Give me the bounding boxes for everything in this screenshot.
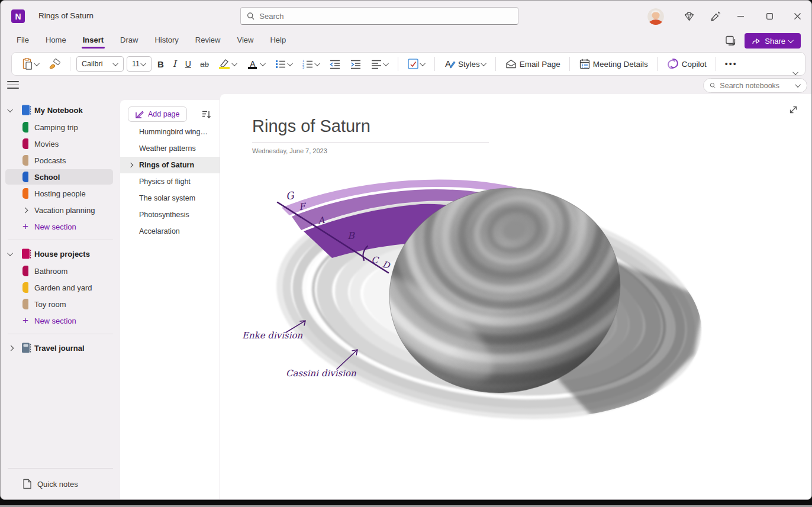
section-hosting-people[interactable]: Hosting people: [1, 185, 120, 202]
notebook-my-notebook[interactable]: My Notebook: [1, 101, 120, 119]
menu-tab-history[interactable]: History: [146, 31, 186, 51]
section-label: Camping trip: [34, 123, 78, 132]
menu-tab-insert[interactable]: Insert: [75, 31, 112, 51]
search-input[interactable]: [259, 12, 512, 21]
section-label: Podcasts: [34, 156, 66, 165]
alignment-button[interactable]: [368, 55, 392, 73]
font-name-select[interactable]: Cailbri: [76, 56, 124, 72]
font-size-select[interactable]: 11: [127, 56, 152, 72]
section-podcasts[interactable]: Podcasts: [1, 152, 120, 169]
new-section-button[interactable]: + New section: [1, 218, 120, 235]
chevron-right-icon[interactable]: [8, 345, 14, 351]
new-section-button[interactable]: + New section: [1, 312, 120, 329]
copilot-label: Copilot: [682, 60, 707, 69]
quick-notes[interactable]: Quick notes: [1, 476, 120, 492]
avatar[interactable]: [647, 8, 664, 25]
menu-tab-draw[interactable]: Draw: [112, 31, 146, 51]
format-painter-button[interactable]: [46, 55, 64, 73]
page-title[interactable]: Rings of Saturn: [252, 117, 811, 136]
section-group-vacation-planning[interactable]: Vacation planning: [1, 202, 120, 218]
numbered-list-icon: 123: [302, 59, 314, 69]
chevron-down-icon[interactable]: [7, 106, 13, 112]
share-button[interactable]: Share: [745, 33, 801, 49]
search-notebooks-box[interactable]: [703, 78, 807, 93]
sort-pages-icon[interactable]: [201, 109, 211, 120]
search-box[interactable]: [240, 7, 518, 25]
title-underline: [252, 142, 489, 143]
paste-button[interactable]: [19, 55, 43, 73]
maximize-button[interactable]: [761, 9, 778, 23]
more-options-button[interactable]: •••: [722, 55, 740, 73]
notebook-house-projects[interactable]: House projects: [1, 245, 120, 263]
divider: [8, 334, 113, 334]
bullets-button[interactable]: [272, 55, 296, 73]
decrease-indent-button[interactable]: [326, 55, 344, 73]
menu-tab-help[interactable]: Help: [262, 31, 294, 51]
whats-new-icon[interactable]: [710, 11, 721, 22]
email-page-button[interactable]: Email Page: [502, 55, 563, 73]
highlight-button[interactable]: [215, 55, 240, 73]
bold-button[interactable]: B: [154, 55, 167, 73]
notebook-name: House projects: [34, 250, 90, 259]
increase-indent-button[interactable]: [347, 55, 365, 73]
page-item[interactable]: Accelaration: [120, 223, 220, 240]
cassini-division-label: Cassini division: [286, 368, 356, 379]
format-painter-icon: [49, 58, 61, 70]
menu-tab-review[interactable]: Review: [187, 31, 229, 51]
close-button[interactable]: [788, 9, 806, 23]
section-camping-trip[interactable]: Camping trip: [1, 119, 120, 135]
page-item[interactable]: Weather patterns: [120, 140, 220, 157]
hamburger-menu-icon[interactable]: [7, 80, 19, 90]
section-toy-room[interactable]: Toy room: [1, 296, 120, 312]
menu-tab-view[interactable]: View: [228, 31, 262, 51]
page-copy-icon[interactable]: [724, 35, 736, 47]
chevron-down-icon: [231, 60, 237, 66]
notebook-name: Travel journal: [34, 344, 85, 353]
strikethrough-button[interactable]: ab: [197, 55, 212, 73]
page-title: The solar system: [139, 194, 195, 202]
chevron-down-icon: [420, 60, 426, 66]
menu-tab-home[interactable]: Home: [37, 31, 75, 51]
menu-tab-file[interactable]: File: [8, 31, 37, 51]
notebook-travel-journal[interactable]: Travel journal: [1, 339, 120, 357]
highlighter-icon: [218, 57, 231, 71]
font-color-button[interactable]: A: [243, 55, 269, 73]
meeting-details-button[interactable]: Meeting Details: [576, 55, 651, 73]
italic-button[interactable]: I: [170, 55, 179, 73]
section-garden-and-yard[interactable]: Garden and yard: [1, 279, 120, 296]
page-item[interactable]: The solar system: [120, 190, 220, 206]
add-page-label: Add page: [148, 110, 180, 118]
styles-button[interactable]: A Styles: [441, 55, 489, 73]
section-color-tab: [22, 266, 28, 276]
navigation-strip: [1, 78, 811, 94]
page-date: Wednesday, June 7, 2023: [252, 147, 811, 154]
email-page-label: Email Page: [520, 60, 560, 69]
minimize-button[interactable]: [732, 9, 749, 23]
chevron-down-icon[interactable]: [7, 250, 13, 256]
diamond-icon[interactable]: [684, 11, 695, 22]
page-item[interactable]: Hummingbird wing…: [120, 124, 220, 140]
page-item-selected[interactable]: Rings of Saturn: [120, 157, 220, 173]
section-label: School: [34, 173, 60, 182]
section-school[interactable]: School: [1, 169, 120, 185]
outdent-icon: [329, 59, 341, 69]
add-page-button[interactable]: Add page: [128, 106, 187, 122]
notebook-icon: [21, 105, 31, 116]
chevron-down-icon: [481, 60, 486, 66]
page-canvas[interactable]: Rings of Saturn Wednesday, June 7, 2023: [220, 94, 811, 500]
page-item[interactable]: Photosynthesis: [120, 206, 220, 223]
section-movies[interactable]: Movies: [1, 135, 120, 152]
page-item[interactable]: Physics of flight: [120, 173, 220, 190]
todo-tag-button[interactable]: [404, 55, 428, 73]
notebook-icon: [21, 248, 31, 260]
underline-button[interactable]: U: [182, 55, 194, 73]
chevron-down-icon: [34, 60, 40, 66]
section-bathroom[interactable]: Bathroom: [1, 263, 120, 279]
expand-page-icon[interactable]: [788, 105, 798, 115]
numbering-button[interactable]: 123: [299, 55, 323, 73]
search-notebooks-input[interactable]: [720, 82, 792, 90]
menu-bar: File Home Insert Draw History Review Vie…: [1, 31, 811, 51]
section-color-tab: [22, 188, 28, 199]
copilot-button[interactable]: Copilot: [663, 55, 710, 73]
chevron-down-icon: [383, 60, 389, 66]
